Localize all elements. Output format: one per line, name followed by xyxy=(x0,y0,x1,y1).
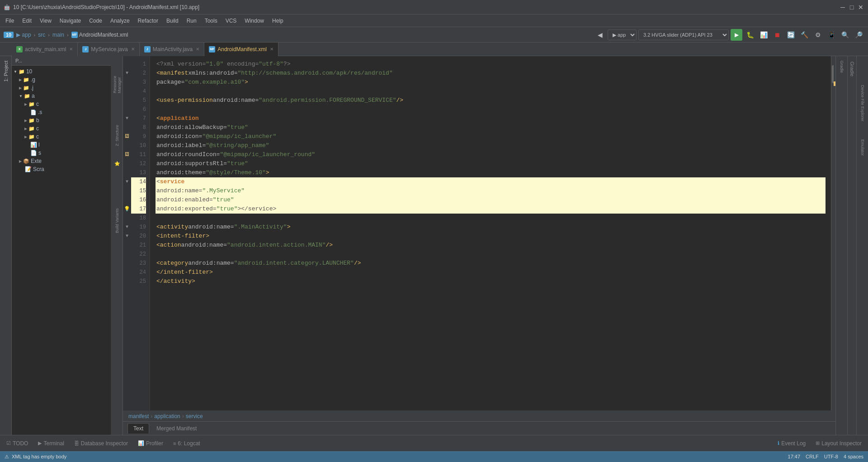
app-selector[interactable]: ▶ app xyxy=(608,29,637,40)
change-indicator xyxy=(834,56,835,410)
close-button[interactable]: ✕ xyxy=(857,4,864,11)
menu-build[interactable]: Build xyxy=(163,16,182,25)
maximize-button[interactable]: □ xyxy=(848,4,855,11)
gradle-tab[interactable]: Gradle xyxy=(849,58,856,80)
tab-event-log[interactable]: ℹ Event Log xyxy=(773,437,810,450)
minimize-button[interactable]: ─ xyxy=(839,4,846,11)
project-vtab[interactable]: 1: Project xyxy=(2,58,10,84)
tab-close[interactable]: ✕ xyxy=(131,47,135,52)
tree-item-scra[interactable]: 📝 Scra xyxy=(12,165,111,173)
device-selector[interactable]: 3.2 HVGA slider (ADP1) API 23 xyxy=(638,29,729,40)
code-line-25: </activity> xyxy=(156,277,826,286)
emulator-btn[interactable]: Emulator xyxy=(859,138,867,165)
tree-item-c1[interactable]: ▶ 📁 c xyxy=(12,100,111,108)
breadcrumb-src[interactable]: src xyxy=(38,32,45,38)
build-button[interactable]: 🔨 xyxy=(798,29,810,41)
menu-analyze[interactable]: Analyze xyxy=(107,16,133,25)
menu-file[interactable]: File xyxy=(2,16,18,25)
gutter-22 xyxy=(123,250,131,259)
tab-close[interactable]: ✕ xyxy=(270,47,274,52)
menu-refactor[interactable]: Refactor xyxy=(134,16,162,25)
menu-view[interactable]: View xyxy=(36,16,55,25)
tool1[interactable]: ⚙ xyxy=(812,29,824,41)
resource-manager-btn[interactable]: Resource Manager xyxy=(112,58,122,94)
path-manifest[interactable]: manifest xyxy=(128,413,149,419)
breadcrumb-main[interactable]: main xyxy=(52,32,64,38)
tree-item-c3[interactable]: ▶ 📁 c xyxy=(12,133,111,141)
bulb-icon-17[interactable]: 💡 xyxy=(124,205,130,214)
ln-3: 3 xyxy=(131,78,146,87)
tab-profiler[interactable]: 📊 Profiler xyxy=(133,437,168,450)
fold-icon-19[interactable]: ▼ xyxy=(126,223,128,232)
menu-help[interactable]: Help xyxy=(269,16,287,25)
tree-item-j[interactable]: ▶ 📁 .j xyxy=(12,84,111,92)
menu-navigate[interactable]: Navigate xyxy=(56,16,85,25)
tab-todo[interactable]: ☑ TODO xyxy=(2,437,33,450)
path-application[interactable]: application xyxy=(154,413,180,419)
stop-button[interactable]: ⏹ xyxy=(771,29,783,41)
tab-layout-inspector[interactable]: ⊞ Layout Inspector xyxy=(811,437,866,450)
breadcrumb-app[interactable]: ▶ app xyxy=(16,32,31,38)
fold-icon-7[interactable]: ▼ xyxy=(126,114,128,123)
tab-text[interactable]: Text xyxy=(127,423,149,433)
code-content[interactable]: <?xml version="1.0" encoding="utf-8"?> <… xyxy=(150,56,831,410)
tab-activity-main[interactable]: X activity_main.xml ✕ xyxy=(12,43,78,56)
folder-icon: 📦 xyxy=(23,158,29,164)
menu-edit[interactable]: Edit xyxy=(19,16,35,25)
ln-11: 11 xyxy=(131,150,146,159)
fold-icon-14[interactable]: ▼ xyxy=(126,177,128,186)
file-icon: 📝 xyxy=(25,166,32,172)
tree-item-l[interactable]: 📊 l xyxy=(12,141,111,149)
menu-vcs[interactable]: VCS xyxy=(222,16,241,25)
code-line-16: android:enabled="true" xyxy=(156,195,826,205)
tree-item-exte[interactable]: ▶ 📦 Exte xyxy=(12,157,111,165)
tab-myservice[interactable]: J MyService.java ✕ xyxy=(78,43,139,56)
device-file-explorer-btn[interactable]: Device File Explorer xyxy=(859,83,867,129)
tool2[interactable]: 📱 xyxy=(826,29,837,41)
tab-mainactivity[interactable]: J MainActivity.java ✕ xyxy=(140,43,204,56)
tab-database-inspector[interactable]: 🗄 Database Inspector xyxy=(70,437,132,450)
tab-logcat[interactable]: ≡ 6: Logcat xyxy=(169,437,205,450)
window-controls[interactable]: ─ □ ✕ xyxy=(839,4,864,11)
fold-icon-2[interactable]: ▼ xyxy=(126,69,128,78)
code-line-19: <activity android:name=".MainActivity"> xyxy=(156,223,826,232)
tree-item-c2[interactable]: ▶ 📁 c xyxy=(12,124,111,133)
tab-androidmanifest[interactable]: MF AndroidManifest.xml ✕ xyxy=(204,43,278,56)
tree-item-root[interactable]: ▼ 📁 10 xyxy=(12,67,111,76)
tree-item-a[interactable]: ▼ 📁 a xyxy=(12,92,111,100)
tool3[interactable]: 🔍 xyxy=(839,29,851,41)
java-icon: J xyxy=(82,46,89,52)
menu-tools[interactable]: Tools xyxy=(201,16,221,25)
tab-close[interactable]: ✕ xyxy=(196,47,199,52)
debug-button[interactable]: 🐛 xyxy=(744,29,756,41)
back-button[interactable]: ◀ xyxy=(594,29,606,41)
tab-terminal[interactable]: ▶ Terminal xyxy=(33,437,68,450)
tree-item-g[interactable]: ▶ 📁 .g xyxy=(12,76,111,84)
tab-close[interactable]: ✕ xyxy=(69,47,73,52)
profile-button[interactable]: 📊 xyxy=(758,29,769,41)
tree-item-b[interactable]: ▶ 📁 b xyxy=(12,116,111,124)
menu-code[interactable]: Code xyxy=(85,16,106,25)
code-line-12: android:supportsRtl="true" xyxy=(156,159,826,168)
menu-window[interactable]: Window xyxy=(241,16,268,25)
favorites-btn[interactable]: ⭐ xyxy=(112,158,122,168)
search-button[interactable]: 🔎 xyxy=(853,29,864,41)
scroll-bar[interactable] xyxy=(831,56,835,410)
structure-btn[interactable]: Z: Structure xyxy=(112,122,122,149)
build-variants-btn[interactable]: Build Variants xyxy=(112,205,122,237)
tab-merged-manifest[interactable]: Merged Manifest xyxy=(151,424,202,433)
code-area[interactable]: ▼ ▼ 🖼 🖼 ▼ 💡 ▼ ▼ xyxy=(123,56,835,410)
project-tree: ▼ 📁 10 ▶ 📁 .g ▶ 📁 .j ▼ 📁 a ▶ 📁 xyxy=(12,66,111,435)
tab-bar: X activity_main.xml ✕ J MyService.java ✕… xyxy=(0,43,868,56)
code-line-21: <action android:name="android.intent.act… xyxy=(156,241,826,250)
ln-22: 22 xyxy=(131,250,146,259)
sync-button[interactable]: 🔄 xyxy=(785,29,797,41)
gradle-btn[interactable]: Gradle xyxy=(837,58,847,76)
menu-run[interactable]: Run xyxy=(183,16,200,25)
run-button[interactable]: ▶ xyxy=(731,29,742,41)
tree-item-s1[interactable]: 📄 .s xyxy=(12,108,111,116)
breadcrumb-file[interactable]: MF AndroidManifest.xml xyxy=(71,32,128,38)
tree-item-s2[interactable]: 📄 s xyxy=(12,149,111,157)
fold-icon-20[interactable]: ▼ xyxy=(126,232,128,241)
path-service[interactable]: service xyxy=(186,413,203,419)
